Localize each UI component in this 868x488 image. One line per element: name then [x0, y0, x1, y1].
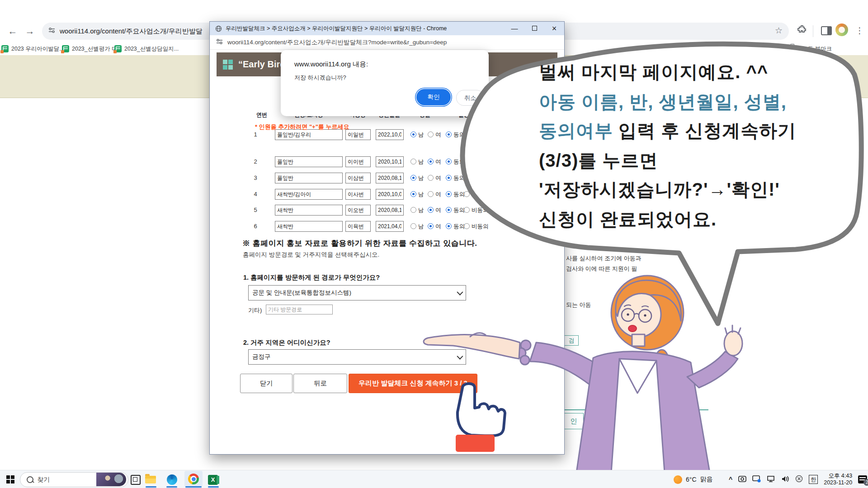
capture-icon[interactable]	[738, 475, 746, 484]
clock-date: 2023-11-20	[824, 479, 852, 486]
edge-icon[interactable]	[166, 474, 178, 485]
search-icon	[27, 476, 33, 483]
running-indicator	[146, 486, 156, 488]
weather-temp[interactable]: 6°C	[686, 476, 697, 483]
volume-icon[interactable]	[781, 475, 789, 484]
weather-desc[interactable]: 맑음	[700, 475, 713, 483]
start-button[interactable]	[6, 475, 14, 483]
hidden-icons-chevron[interactable]: ^	[729, 476, 732, 483]
safely-remove-icon[interactable]	[795, 475, 803, 484]
clock[interactable]: 오후 4:43 2023-11-20	[824, 473, 852, 486]
notification-icon[interactable]: 2	[858, 475, 867, 483]
search-placeholder: 찾기	[37, 476, 50, 484]
desktop: ← → woorii114.org/content/주요사업소개/우리반발달 ☆…	[0, 0, 868, 488]
chrome-icon	[188, 474, 199, 484]
chrome-taskbar-active[interactable]	[184, 471, 203, 487]
task-view-icon[interactable]	[130, 474, 142, 485]
weather-icon[interactable]	[674, 475, 682, 484]
ime-indicator[interactable]: 한	[809, 475, 818, 484]
running-indicator	[185, 486, 202, 488]
running-indicator	[166, 486, 177, 488]
display-sync-icon[interactable]	[752, 475, 761, 484]
network-icon[interactable]	[767, 475, 775, 484]
pointer-hand-icon	[0, 0, 868, 488]
taskbar: 찾기 X 6°C 맑음 ^ 한 오후 4:43 2023-11-20 2	[0, 470, 868, 488]
clock-time: 오후 4:43	[824, 473, 852, 479]
running-indicator	[208, 486, 219, 488]
file-explorer-icon[interactable]	[145, 474, 156, 485]
excel-icon[interactable]: X	[207, 474, 219, 485]
search-highlight-image[interactable]	[96, 473, 126, 486]
notification-badge: 2	[863, 479, 868, 486]
